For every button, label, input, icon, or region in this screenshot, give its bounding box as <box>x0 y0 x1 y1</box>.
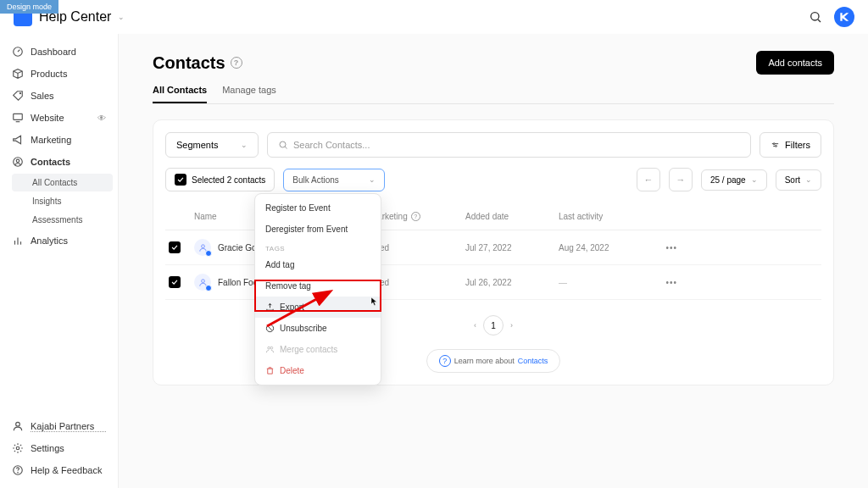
box-icon <box>12 68 24 80</box>
next-page-icon[interactable]: › <box>510 321 513 330</box>
tab-manage-tags[interactable]: Manage tags <box>222 85 276 103</box>
sidebar-item-analytics[interactable]: Analytics <box>0 230 118 252</box>
added-cell: Jul 27, 2022 <box>465 243 559 252</box>
learn-more-pill[interactable]: ? Learn more about Contacts <box>426 349 561 373</box>
bulk-actions-select[interactable]: Bulk Actions⌄ <box>283 169 385 191</box>
svg-point-24 <box>270 347 273 349</box>
help-circle-icon[interactable]: ? <box>411 212 420 221</box>
monitor-icon <box>12 112 24 124</box>
sidebar-item-label: Website <box>31 113 91 123</box>
row-checkbox[interactable] <box>169 241 181 253</box>
row-menu-button[interactable]: ••• <box>652 243 677 252</box>
unsubscribe-icon <box>265 324 275 333</box>
megaphone-icon <box>12 134 24 146</box>
svg-point-12 <box>16 446 19 450</box>
user-icon <box>12 420 24 432</box>
sidebar-item-label: Kajabi Partners <box>31 421 106 432</box>
sidebar-sub-insights[interactable]: Insights <box>12 192 113 210</box>
dropdown-merge: Merge contacts <box>255 339 381 360</box>
sidebar-item-label: Sales <box>31 91 106 101</box>
sidebar-item-products[interactable]: Products <box>0 63 118 85</box>
avatar <box>194 274 211 291</box>
search-icon[interactable] <box>809 10 822 24</box>
dropdown-deregister-event[interactable]: Deregister from Event <box>255 219 381 240</box>
dropdown-remove-tag[interactable]: Remove tag <box>255 275 381 297</box>
sidebar-item-label: Analytics <box>31 236 106 246</box>
sidebar-item-settings[interactable]: Settings <box>0 437 118 459</box>
sidebar-item-sales[interactable]: Sales <box>0 85 118 107</box>
bars-icon <box>12 235 24 247</box>
sort-select[interactable]: Sort⌄ <box>776 169 821 191</box>
avatar <box>194 239 211 256</box>
chevron-down-icon: ⌄ <box>241 141 248 149</box>
search-input[interactable]: Search Contacts... <box>267 132 751 158</box>
sidebar-item-website[interactable]: Website 👁 <box>0 107 118 129</box>
page-number[interactable]: 1 <box>483 315 504 336</box>
filters-button[interactable]: Filters <box>760 132 821 158</box>
chevron-down-icon: ⌄ <box>118 13 125 21</box>
prev-page-button[interactable]: ← <box>637 168 660 191</box>
selected-count-chip[interactable]: Selected 2 contacts <box>165 168 275 191</box>
sidebar-item-label: Help & Feedback <box>31 465 106 475</box>
topbar: Help Center ⌄ <box>0 0 868 34</box>
activity-cell: — <box>559 278 652 287</box>
row-menu-button[interactable]: ••• <box>652 278 677 287</box>
dropdown-unsubscribe[interactable]: Unsubscribe <box>255 318 381 339</box>
learn-more-link[interactable]: Contacts <box>518 357 548 365</box>
next-page-button[interactable]: → <box>669 168 693 191</box>
svg-point-11 <box>16 422 20 426</box>
filter-icon <box>771 141 780 150</box>
added-cell: Jul 26, 2022 <box>465 278 559 287</box>
segments-select[interactable]: Segments⌄ <box>165 132 259 158</box>
dropdown-add-tag[interactable]: Add tag <box>255 254 381 275</box>
sidebar-item-label: Products <box>31 69 106 79</box>
brand-logo[interactable] <box>834 7 854 27</box>
chevron-down-icon: ⌄ <box>805 175 812 184</box>
prev-page-icon[interactable]: ‹ <box>474 321 476 330</box>
svg-point-0 <box>811 13 819 20</box>
sidebar-item-contacts[interactable]: Contacts <box>0 151 118 173</box>
col-added-date[interactable]: Added date <box>465 212 559 221</box>
svg-line-22 <box>268 326 272 330</box>
svg-point-15 <box>280 141 286 147</box>
sidebar-item-help[interactable]: Help & Feedback <box>0 459 118 481</box>
tab-all-contacts[interactable]: All Contacts <box>153 85 207 103</box>
svg-line-16 <box>285 147 287 148</box>
sidebar-sub-all-contacts[interactable]: All Contacts <box>12 174 113 191</box>
svg-point-23 <box>268 347 270 349</box>
add-contacts-button[interactable]: Add contacts <box>756 51 834 75</box>
help-circle-icon[interactable]: ? <box>231 57 242 69</box>
help-icon <box>12 464 24 476</box>
eye-icon[interactable]: 👁 <box>97 114 106 123</box>
sidebar-item-label: Dashboard <box>31 47 106 57</box>
dropdown-delete[interactable]: Delete <box>255 360 381 381</box>
sidebar-item-dashboard[interactable]: Dashboard <box>0 41 118 63</box>
svg-line-1 <box>818 19 821 22</box>
chevron-down-icon: ⌄ <box>369 175 376 184</box>
svg-point-20 <box>776 145 777 147</box>
trash-icon <box>265 366 275 375</box>
gear-icon <box>12 442 24 454</box>
sidebar: Dashboard Products Sales Website 👁 Marke… <box>0 34 119 488</box>
design-mode-badge: Design mode <box>0 0 58 14</box>
svg-point-7 <box>16 159 19 163</box>
tabs: All Contacts Manage tags <box>153 85 834 104</box>
sidebar-item-marketing[interactable]: Marketing <box>0 129 118 151</box>
main-content: Contacts ? Add contacts All Contacts Man… <box>119 34 868 488</box>
per-page-select[interactable]: 25 / page⌄ <box>701 169 767 191</box>
activity-cell: Aug 24, 2022 <box>559 243 652 252</box>
merge-icon <box>265 345 275 354</box>
chevron-down-icon: ⌄ <box>751 175 758 184</box>
col-last-activity[interactable]: Last activity <box>559 212 652 221</box>
svg-point-26 <box>201 279 204 282</box>
sidebar-item-partners[interactable]: Kajabi Partners <box>0 415 118 437</box>
sidebar-item-label: Contacts <box>31 157 106 167</box>
dropdown-register-event[interactable]: Register to Event <box>255 197 381 219</box>
svg-point-25 <box>201 244 204 247</box>
sidebar-sub-assessments[interactable]: Assessments <box>12 211 113 229</box>
checkbox-checked-icon <box>175 174 186 186</box>
row-checkbox[interactable] <box>169 276 181 288</box>
dropdown-export[interactable]: Export <box>255 297 381 318</box>
user-circle-icon <box>12 156 24 168</box>
bulk-actions-dropdown: Register to Event Deregister from Event … <box>254 193 381 385</box>
